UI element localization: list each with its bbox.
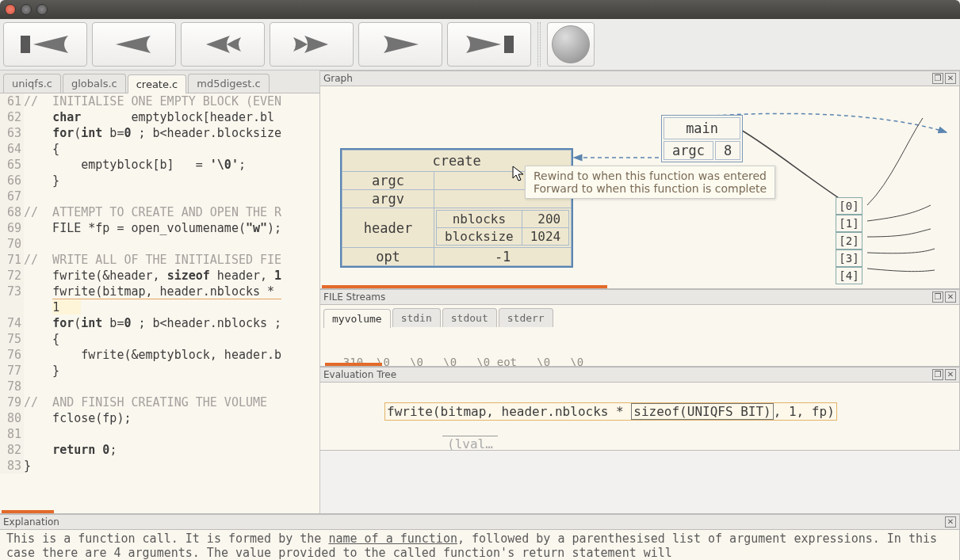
editor-tab-uniqfsc[interactable]: uniqfs.c [3,74,61,93]
code-line: 64 { [0,141,319,157]
code-line: 75 { [0,331,319,347]
explanation-panel-header: Explanation ✕ [0,514,960,530]
step-back-start-button[interactable] [3,22,87,67]
editor-tab-md5digestc[interactable]: md5digest.c [188,74,269,93]
code-line: 83} [0,458,319,474]
graph-close-button[interactable]: ✕ [945,73,956,84]
eval-panel-title: Evaluation Tree [323,369,396,380]
code-line: 62 char emptyblock[header.bl [0,109,319,125]
graph-array-cell: [3] [836,250,862,267]
code-line: 65 emptyblock[b] = '\0'; [0,157,319,173]
run-sphere-icon [552,25,590,63]
graph-array-cells: [0][1][2][3][4] [836,197,862,284]
step-back-start-icon [17,32,73,56]
code-line: 69 FILE *fp = open_volumename("w"); [0,220,319,236]
code-line: 66 } [0,173,319,189]
graph-undock-button[interactable]: ❐ [932,73,943,84]
code-line: 67 [0,189,319,204]
main-toolbar [0,19,960,70]
graph-panel-title: Graph [323,73,353,84]
step-in-button[interactable] [270,22,354,67]
eval-undock-button[interactable]: ❐ [932,369,943,380]
explanation-close-button[interactable]: ✕ [945,516,956,528]
code-line: 77 } [0,363,319,379]
code-line: 70 [0,236,319,252]
step-back-in-button[interactable] [181,22,265,67]
step-to-end-button[interactable] [447,22,531,67]
editor-tab-globalsc[interactable]: globals.c [63,74,126,93]
code-line: 61// INITIALISE ONE EMPTY BLOCK (EVEN [0,93,319,109]
streams-tab-myvolume[interactable]: myvolume [323,309,391,328]
streams-tab-stdout[interactable]: stdout [442,308,497,327]
code-line: 68// ATTEMPT TO CREATE AND OPEN THE R [0,204,319,220]
window-titlebar [0,0,960,19]
streams-tab-stdin[interactable]: stdin [392,308,441,327]
code-line: 74 for(int b=0 ; b<header.nblocks ; [0,315,319,331]
eval-panel-body[interactable]: fwrite(bitmap, header.nblocks * sizeof(U… [320,383,960,451]
step-back-button[interactable] [92,22,176,67]
step-to-end-icon [461,32,517,56]
svg-rect-0 [21,36,30,53]
streams-tab-stderr[interactable]: stderr [499,308,553,327]
svg-rect-1 [504,36,514,53]
code-line: 71// WRITE ALL OF THE INITIALISED FIE [0,252,319,268]
step-over-button[interactable] [358,22,442,67]
eval-close-button[interactable]: ✕ [945,369,956,380]
graph-node-main-title: main [664,117,740,139]
code-line: 79// AND FINISH CREATING THE VOLUME [0,394,319,410]
code-line: 76 fwrite(&emptyblock, header.b [0,347,319,363]
code-line: 72 fwrite(&header, sizeof header, 1 [0,268,319,284]
explanation-panel-title: Explanation [3,516,59,528]
code-line: 80 fclose(fp); [0,410,319,426]
streams-panel-body: myvolumestdinstdoutstderr 310 \0 \0 \0 \… [320,305,960,367]
editor-tab-createc[interactable]: create.c [128,74,187,93]
streams-panel-header: FILE Streams ❐ ✕ [320,289,960,305]
code-line: 82 return 0; [0,442,319,458]
code-line: 81 [0,426,319,442]
graph-array-cell: [0] [836,197,862,215]
graph-array-cell: [2] [836,232,862,250]
eval-sub1: (lval… [442,436,498,451]
graph-array-cell: [1] [836,215,862,232]
explanation-body: This is a function call. It is formed by… [0,530,960,560]
run-button[interactable] [547,22,595,67]
eval-panel-header: Evaluation Tree ❐ ✕ [320,367,960,383]
code-line: 73 fwrite(bitmap, header.nblocks * [0,284,319,299]
explanation-link[interactable]: name of a function [328,531,457,546]
graph-tooltip: Rewind to when this function was entered… [525,166,775,199]
window-maximize-icon[interactable] [36,4,48,15]
code-editor-panel: uniqfs.cglobals.ccreate.cmd5digest.c 61/… [0,70,320,513]
streams-panel-title: FILE Streams [323,291,385,303]
toolbar-separator [537,22,541,67]
streams-close-button[interactable]: ✕ [945,291,956,303]
graph-node-main[interactable]: main argc8 [661,115,743,162]
step-in-icon [284,32,339,56]
streams-content[interactable]: 310 \0 \0 \0 \0 eot \0 \0 \0 \0 \0 \0 \0… [320,327,959,367]
step-back-in-icon [195,32,251,56]
window-minimize-icon[interactable] [21,4,32,15]
code-view[interactable]: 61// INITIALISE ONE EMPTY BLOCK (EVEN62 … [0,93,319,513]
graph-array-cell: [4] [836,267,862,284]
window-close-icon[interactable] [5,4,16,15]
explanation-panel: Explanation ✕ This is a function call. I… [0,513,960,560]
code-line: 78 [0,379,319,394]
graph-panel-body[interactable]: main argc8 create argc7 argv header nblo… [320,86,960,289]
graph-panel-header: Graph ❐ ✕ [320,70,960,86]
eval-expression: fwrite(bitmap, header.nblocks * sizeof(U… [384,402,837,421]
editor-tabstrip: uniqfs.cglobals.ccreate.cmd5digest.c [0,70,319,93]
step-over-icon [373,32,428,56]
code-line: 63 for(int b=0 ; b<header.blocksize [0,125,319,141]
step-back-icon [106,32,162,56]
streams-undock-button[interactable]: ❐ [932,291,943,303]
streams-tabstrip: myvolumestdinstdoutstderr [320,305,959,327]
